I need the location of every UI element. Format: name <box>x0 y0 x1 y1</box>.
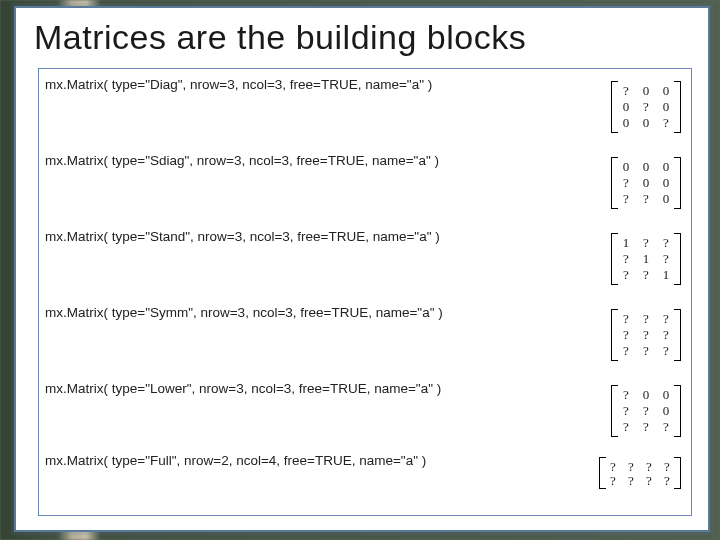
matrix-example-row: mx.Matrix( type="Symm", nrow=3, ncol=3, … <box>45 303 685 367</box>
matrix-cell: 0 <box>657 83 675 99</box>
matrix-cell: ? <box>641 459 657 473</box>
matrix-cell: ? <box>657 115 675 131</box>
matrix-cell: ? <box>617 419 635 435</box>
matrix-cell: ? <box>623 473 639 487</box>
code-line: mx.Matrix( type="Full", nrow=2, ncol=4, … <box>45 451 426 468</box>
code-line: mx.Matrix( type="Stand", nrow=3, ncol=3,… <box>45 227 440 244</box>
matrix-sdiag: 0 0 0 ? 0 0 ? ? 0 <box>617 159 675 207</box>
matrix-full: ? ? ? ? ? ? ? ? <box>605 459 675 487</box>
slide-title: Matrices are the building blocks <box>16 8 708 61</box>
matrix-cell: ? <box>637 267 655 283</box>
matrix-cell: ? <box>617 343 635 359</box>
matrix-cell: ? <box>657 235 675 251</box>
matrix-cell: 0 <box>657 403 675 419</box>
matrix-cell: ? <box>617 403 635 419</box>
matrix-cell: 0 <box>617 115 635 131</box>
matrix-cell: 0 <box>657 159 675 175</box>
matrix-cell: ? <box>659 473 675 487</box>
matrix-cell: ? <box>657 311 675 327</box>
matrix-cell: ? <box>641 473 657 487</box>
matrix-cell: ? <box>637 99 655 115</box>
matrix-cell: 0 <box>657 99 675 115</box>
matrix-lower: ? 0 0 ? ? 0 ? ? ? <box>617 387 675 435</box>
matrix-example-row: mx.Matrix( type="Sdiag", nrow=3, ncol=3,… <box>45 151 685 215</box>
matrix-example-row: mx.Matrix( type="Diag", nrow=3, ncol=3, … <box>45 75 685 139</box>
matrix-cell: 0 <box>637 83 655 99</box>
matrix-cell: 0 <box>657 191 675 207</box>
matrix-cell: 1 <box>617 235 635 251</box>
code-line: mx.Matrix( type="Sdiag", nrow=3, ncol=3,… <box>45 151 439 168</box>
content-panel: mx.Matrix( type="Diag", nrow=3, ncol=3, … <box>38 68 692 516</box>
matrix-cell: 0 <box>617 159 635 175</box>
matrix-cell: ? <box>617 311 635 327</box>
matrix-cell: ? <box>657 251 675 267</box>
matrix-cell: 1 <box>657 267 675 283</box>
matrix-cell: ? <box>637 419 655 435</box>
matrix-cell: ? <box>637 403 655 419</box>
matrix-cell: ? <box>657 327 675 343</box>
matrix-cell: 0 <box>637 115 655 131</box>
matrix-example-row: mx.Matrix( type="Full", nrow=2, ncol=4, … <box>45 451 685 515</box>
matrix-cell: ? <box>637 311 655 327</box>
matrix-cell: ? <box>605 473 621 487</box>
matrix-example-row: mx.Matrix( type="Lower", nrow=3, ncol=3,… <box>45 379 685 443</box>
matrix-cell: ? <box>623 459 639 473</box>
matrix-cell: 0 <box>657 175 675 191</box>
matrix-example-row: mx.Matrix( type="Stand", nrow=3, ncol=3,… <box>45 227 685 291</box>
matrix-cell: ? <box>637 343 655 359</box>
matrix-symm: ? ? ? ? ? ? ? ? ? <box>617 311 675 359</box>
matrix-cell: ? <box>657 343 675 359</box>
matrix-cell: ? <box>617 191 635 207</box>
matrix-cell: ? <box>617 387 635 403</box>
matrix-cell: ? <box>637 191 655 207</box>
matrix-cell: 0 <box>637 175 655 191</box>
matrix-cell: 1 <box>637 251 655 267</box>
matrix-stand: 1 ? ? ? 1 ? ? ? 1 <box>617 235 675 283</box>
matrix-cell: ? <box>657 419 675 435</box>
matrix-cell: ? <box>659 459 675 473</box>
matrix-cell: ? <box>617 267 635 283</box>
matrix-cell: ? <box>617 327 635 343</box>
matrix-diag: ? 0 0 0 ? 0 0 0 ? <box>617 83 675 131</box>
code-line: mx.Matrix( type="Lower", nrow=3, ncol=3,… <box>45 379 441 396</box>
code-line: mx.Matrix( type="Symm", nrow=3, ncol=3, … <box>45 303 443 320</box>
matrix-cell: 0 <box>617 99 635 115</box>
matrix-cell: 0 <box>637 387 655 403</box>
matrix-cell: ? <box>637 327 655 343</box>
matrix-cell: ? <box>617 251 635 267</box>
matrix-cell: 0 <box>657 387 675 403</box>
matrix-cell: ? <box>637 235 655 251</box>
slide-frame: Matrices are the building blocks mx.Matr… <box>14 6 710 532</box>
matrix-cell: ? <box>605 459 621 473</box>
matrix-cell: ? <box>617 83 635 99</box>
matrix-cell: ? <box>617 175 635 191</box>
matrix-cell: 0 <box>637 159 655 175</box>
code-line: mx.Matrix( type="Diag", nrow=3, ncol=3, … <box>45 75 432 92</box>
